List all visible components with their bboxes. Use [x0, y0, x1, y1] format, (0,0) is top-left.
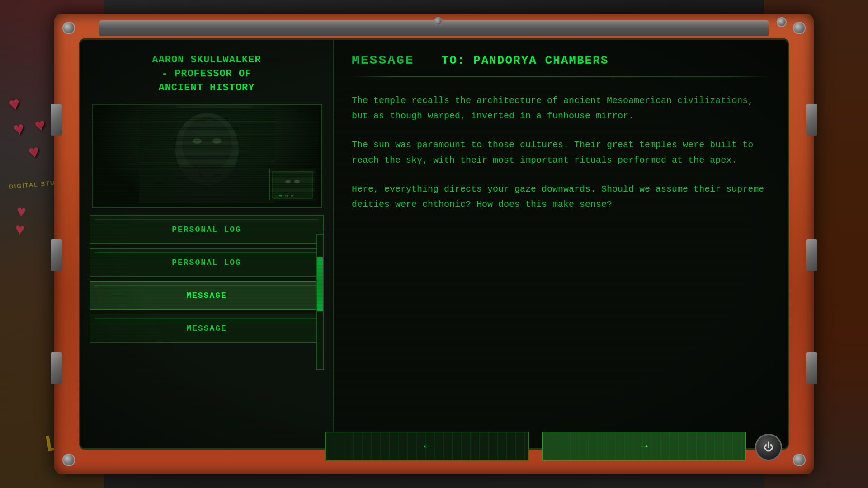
right-panel: MESSAGE TO: PANDORYA CHAMBERS The temple… [334, 40, 789, 448]
svg-rect-10 [175, 167, 239, 203]
clamp-left-3 [51, 352, 62, 384]
power-icon: ⏻ [764, 441, 774, 454]
menu-list: PERSONAL LOG PERSONAL LOG MESSAGE MESSAG… [80, 215, 333, 343]
character-name-text: AARON SKULLWALKER - PROFESSOR OF ANCIENT… [92, 53, 321, 95]
power-button[interactable]: ⏻ [755, 434, 782, 461]
header-separator [352, 76, 772, 77]
screw-tr [793, 22, 806, 34]
portrait-svg [139, 108, 275, 203]
svg-text:CRIME SCENE: CRIME SCENE [274, 194, 294, 198]
svg-point-15 [294, 180, 300, 183]
portrait-background: CRIME SCENE [93, 105, 321, 207]
graffiti-hearts: ♥♥ ♥ ♥ [7, 88, 52, 169]
menu-item-message-2[interactable]: MESSAGE [90, 314, 324, 343]
clamp-right-1 [806, 104, 817, 136]
navigation-buttons: ← → [307, 432, 764, 461]
left-scrollbar[interactable] [316, 234, 324, 370]
back-button[interactable]: ← [326, 432, 529, 461]
screw-tl [62, 22, 75, 34]
top-screw-4 [434, 17, 442, 25]
svg-point-13 [281, 174, 304, 193]
back-arrow-icon: ← [424, 439, 431, 453]
clamp-right-3 [806, 352, 817, 384]
clamp-left-2 [51, 239, 62, 271]
clamp-right-2 [806, 239, 817, 271]
character-portrait: CRIME SCENE [92, 104, 322, 208]
video-still-svg: CRIME SCENE [270, 169, 315, 201]
message-paragraph-3: Here, everything directs your gaze downw… [352, 182, 772, 212]
scrollbar-thumb [317, 257, 323, 311]
terminal-frame: AARON SKULLWALKER - PROFESSOR OF ANCIENT… [54, 14, 814, 474]
left-panel: AARON SKULLWALKER - PROFESSOR OF ANCIENT… [80, 40, 334, 448]
forward-button[interactable]: → [542, 432, 746, 461]
forward-arrow-icon: → [641, 439, 648, 453]
message-to: TO: PANDORYA CHAMBERS [442, 54, 609, 67]
menu-item-personal-log-1[interactable]: PERSONAL LOG [90, 215, 324, 244]
top-right-screw [777, 17, 787, 27]
svg-point-3 [193, 138, 202, 144]
graffiti-hearts-2: ♥♥ [14, 203, 27, 240]
terminal-screen: AARON SKULLWALKER - PROFESSOR OF ANCIENT… [79, 38, 789, 450]
character-name-section: AARON SKULLWALKER - PROFESSOR OF ANCIENT… [80, 40, 333, 104]
menu-item-message-1[interactable]: MESSAGE [90, 281, 324, 310]
message-body: The temple recalls the architecture of a… [334, 89, 789, 230]
message-header: MESSAGE TO: PANDORYA CHAMBERS [334, 40, 789, 76]
screw-br [793, 454, 806, 466]
message-paragraph-2: The sun was paramount to those cultures.… [352, 137, 772, 168]
svg-point-14 [285, 180, 291, 183]
clamp-left-1 [51, 104, 62, 136]
svg-point-2 [182, 117, 232, 172]
message-label: MESSAGE [352, 53, 415, 67]
message-paragraph-1: The temple recalls the architecture of a… [352, 93, 772, 124]
svg-point-4 [212, 138, 222, 144]
menu-item-personal-log-2[interactable]: PERSONAL LOG [90, 248, 324, 277]
screw-bl [62, 454, 75, 466]
portrait-video-overlay: CRIME SCENE [269, 169, 315, 200]
